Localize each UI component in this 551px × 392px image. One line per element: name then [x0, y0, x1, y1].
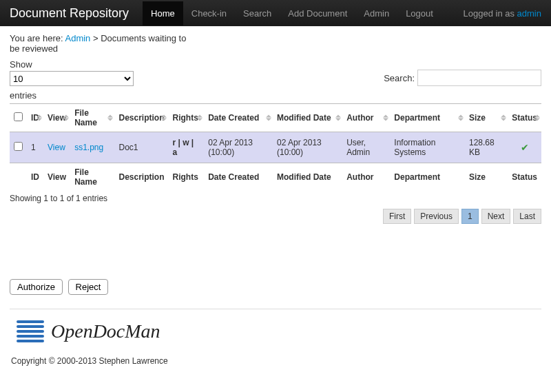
top-navbar: Document Repository Home Check-in Search…: [0, 0, 551, 26]
cell-rights: r | w | a: [168, 132, 204, 163]
brand-title: Document Repository: [10, 6, 129, 21]
cell-description: Doc1: [114, 132, 168, 163]
table-header-row: ID View File Name Description Rights Dat…: [10, 104, 541, 132]
documents-table: ID View File Name Description Rights Dat…: [10, 103, 541, 191]
search-label: Search:: [384, 73, 415, 83]
fcol-department: Department: [390, 163, 465, 192]
authorize-button[interactable]: Authorize: [10, 279, 63, 295]
length-select[interactable]: 10: [10, 71, 134, 86]
fcol-author: Author: [342, 163, 390, 192]
page-previous[interactable]: Previous: [414, 209, 459, 224]
breadcrumb-admin-link[interactable]: Admin: [65, 33, 90, 43]
show-label: Show: [10, 59, 134, 70]
col-author[interactable]: Author: [342, 104, 390, 132]
nav-home[interactable]: Home: [143, 1, 183, 25]
table-info: Showing 1 to 1 of 1 entries: [10, 194, 541, 203]
nav-admin[interactable]: Admin: [355, 1, 397, 25]
breadcrumb-prefix: You are here:: [10, 33, 65, 43]
cell-status: ✔: [508, 132, 541, 163]
cell-author: User, Admin: [342, 132, 390, 163]
page-next[interactable]: Next: [481, 209, 511, 224]
fcol-file-name: File Name: [70, 163, 114, 192]
login-status: Logged in as admin: [464, 8, 542, 19]
fcol-date-created: Date Created: [204, 163, 273, 192]
copyright: Copyright © 2000-2013 Stephen Lawrence: [11, 356, 541, 366]
cell-date-created: 02 Apr 2013 (10:00): [204, 132, 273, 163]
col-modified-date[interactable]: Modified Date: [273, 104, 342, 132]
nav-checkin[interactable]: Check-in: [183, 1, 235, 25]
fcol-status: Status: [508, 163, 541, 192]
page-last[interactable]: Last: [513, 209, 541, 224]
action-buttons: Authorize Reject: [10, 279, 541, 295]
fcol-view: View: [43, 163, 70, 192]
login-user-link[interactable]: admin: [517, 8, 541, 19]
col-status[interactable]: Status: [508, 104, 541, 132]
fcol-description: Description: [114, 163, 168, 192]
col-file-name[interactable]: File Name: [70, 104, 114, 132]
footer-logo: OpenDocMan: [17, 320, 541, 342]
col-view[interactable]: View: [43, 104, 70, 132]
entries-label: entries: [10, 90, 541, 101]
col-checkbox: [10, 104, 27, 132]
breadcrumb: You are here: Admin > Documents waiting …: [10, 33, 189, 54]
breadcrumb-sep: >: [90, 33, 101, 43]
pagination: First Previous 1 Next Last: [10, 209, 541, 224]
nav-add-document[interactable]: Add Document: [280, 1, 355, 25]
search-control: Search:: [384, 70, 541, 86]
product-name: OpenDocMan: [51, 320, 160, 342]
nav-search[interactable]: Search: [235, 1, 280, 25]
table-footer-row: ID View File Name Description Rights Dat…: [10, 163, 541, 192]
fcol-modified-date: Modified Date: [273, 163, 342, 192]
login-status-text: Logged in as: [464, 8, 517, 19]
book-icon: [17, 320, 44, 342]
cell-size: 128.68 KB: [465, 132, 508, 163]
cell-department: Information Systems: [390, 132, 465, 163]
footer-divider: [10, 309, 541, 309]
reject-button[interactable]: Reject: [68, 279, 109, 295]
table-row: 1 View ss1.png Doc1 r | w | a 02 Apr 201…: [10, 132, 541, 163]
checkmark-icon: ✔: [521, 142, 529, 153]
cell-modified-date: 02 Apr 2013 (10:00): [273, 132, 342, 163]
cell-id: 1: [27, 132, 43, 163]
main-nav: Home Check-in Search Add Document Admin …: [143, 1, 441, 25]
col-id[interactable]: ID: [27, 104, 43, 132]
page-first[interactable]: First: [383, 209, 411, 224]
col-date-created[interactable]: Date Created: [204, 104, 273, 132]
row-checkbox[interactable]: [14, 142, 23, 151]
view-link[interactable]: View: [48, 143, 65, 152]
select-all-checkbox[interactable]: [14, 112, 23, 121]
fcol-id: ID: [27, 163, 43, 192]
col-rights[interactable]: Rights: [168, 104, 204, 132]
col-department[interactable]: Department: [390, 104, 465, 132]
length-control: Show 10: [10, 59, 134, 86]
search-input[interactable]: [417, 70, 541, 86]
col-size[interactable]: Size: [465, 104, 508, 132]
col-description[interactable]: Description: [114, 104, 168, 132]
nav-logout[interactable]: Logout: [397, 1, 441, 25]
file-name-link[interactable]: ss1.png: [74, 143, 103, 152]
fcol-size: Size: [465, 163, 508, 192]
fcol-rights: Rights: [168, 163, 204, 192]
page-1[interactable]: 1: [461, 209, 479, 224]
